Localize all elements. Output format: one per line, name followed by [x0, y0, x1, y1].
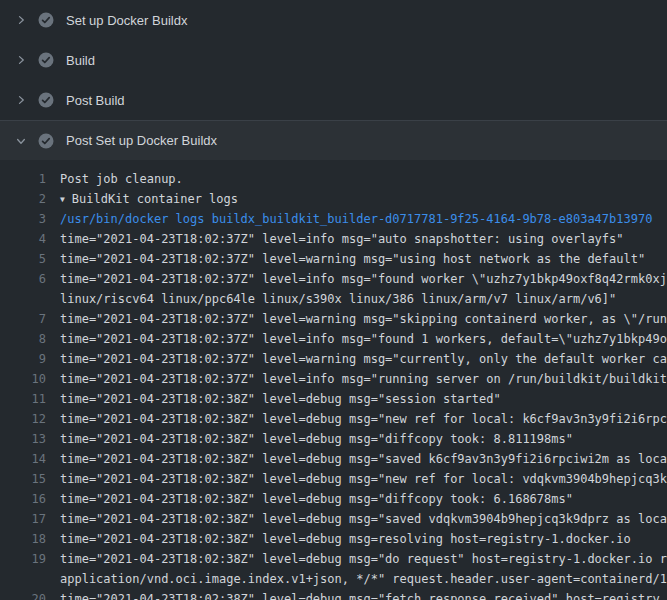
log-line: 15 time="2021-04-23T18:02:38Z" level=deb…	[0, 469, 667, 489]
log-line: 8 time="2021-04-23T18:02:37Z" level=info…	[0, 329, 667, 349]
log-line-content: time="2021-04-23T18:02:38Z" level=debug …	[60, 472, 667, 486]
log-line: 12 time="2021-04-23T18:02:38Z" level=deb…	[0, 409, 667, 429]
log-line: linux/riscv64 linux/ppc64le linux/s390x …	[0, 289, 667, 309]
log-line: 5 time="2021-04-23T18:02:37Z" level=warn…	[0, 249, 667, 269]
log-line: 9 time="2021-04-23T18:02:37Z" level=warn…	[0, 349, 667, 369]
chevron-icon[interactable]	[13, 133, 29, 149]
log-line-text: application/vnd.oci.image.index.v1+json,…	[60, 569, 667, 589]
step-header-1[interactable]: Set up Docker Buildx	[0, 0, 667, 40]
log-line-content: time="2021-04-23T18:02:37Z" level=warnin…	[60, 312, 667, 326]
chevron-icon[interactable]	[13, 12, 29, 28]
step-header-2[interactable]: Build	[0, 40, 667, 80]
log-line: 4 time="2021-04-23T18:02:37Z" level=info…	[0, 229, 667, 249]
log-line-text: time="2021-04-23T18:02:37Z" level=warnin…	[60, 309, 667, 329]
log-line-number[interactable]: 20	[0, 589, 46, 600]
log-line-text: time="2021-04-23T18:02:38Z" level=debug …	[60, 469, 667, 489]
log-line-text: linux/riscv64 linux/ppc64le linux/s390x …	[60, 289, 616, 309]
log-line-content: BuildKit container logs	[72, 192, 238, 206]
log-line-text: time="2021-04-23T18:02:38Z" level=debug …	[60, 449, 667, 469]
log-line-number[interactable]: 13	[0, 429, 46, 449]
log-line-content: time="2021-04-23T18:02:38Z" level=debug …	[60, 532, 631, 546]
step-header-4[interactable]: Post Set up Docker Buildx	[0, 120, 667, 160]
log-line-number[interactable]	[0, 569, 46, 589]
log-line-content: time="2021-04-23T18:02:37Z" level=warnin…	[60, 352, 667, 366]
log-line-text: /usr/bin/docker logs buildx_buildkit_bui…	[60, 209, 652, 229]
log-line-number[interactable]: 1	[0, 169, 46, 189]
check-circle-icon	[38, 92, 54, 108]
log-line: 3 /usr/bin/docker logs buildx_buildkit_b…	[0, 209, 667, 229]
step-title: Post Set up Docker Buildx	[66, 133, 217, 148]
log-line-text: time="2021-04-23T18:02:37Z" level=info m…	[60, 329, 667, 349]
log-line-number[interactable]: 9	[0, 349, 46, 369]
log-line-text: time="2021-04-23T18:02:37Z" level=warnin…	[60, 249, 645, 269]
log-line-text: time="2021-04-23T18:02:38Z" level=debug …	[60, 489, 573, 509]
log-line-content: time="2021-04-23T18:02:38Z" level=debug …	[60, 432, 573, 446]
log-line: 20 time="2021-04-23T18:02:38Z" level=deb…	[0, 589, 667, 600]
log-line-content: time="2021-04-23T18:02:38Z" level=debug …	[60, 452, 667, 466]
log-line-number[interactable]: 4	[0, 229, 46, 249]
log-line-number[interactable]: 17	[0, 509, 46, 529]
log-line: 18 time="2021-04-23T18:02:38Z" level=deb…	[0, 529, 667, 549]
log-line-content: time="2021-04-23T18:02:37Z" level=info m…	[60, 272, 667, 286]
check-circle-icon	[38, 12, 54, 28]
log-line: 11 time="2021-04-23T18:02:38Z" level=deb…	[0, 389, 667, 409]
group-caret-icon[interactable]: ▼	[60, 195, 65, 204]
log-line-number[interactable]: 14	[0, 449, 46, 469]
step-title: Post Build	[66, 93, 125, 108]
log-line-number[interactable]: 7	[0, 309, 46, 329]
log-line-number[interactable]: 19	[0, 549, 46, 569]
log-line: 16 time="2021-04-23T18:02:38Z" level=deb…	[0, 489, 667, 509]
log-line-number[interactable]: 12	[0, 409, 46, 429]
log-line-text: ▼BuildKit container logs	[60, 189, 238, 209]
log-line-text: time="2021-04-23T18:02:38Z" level=debug …	[60, 509, 667, 529]
log-line-text: time="2021-04-23T18:02:38Z" level=debug …	[60, 429, 573, 449]
chevron-icon[interactable]	[13, 92, 29, 108]
log-line-content: time="2021-04-23T18:02:38Z" level=debug …	[60, 592, 660, 600]
log-line-text: time="2021-04-23T18:02:37Z" level=info m…	[60, 229, 624, 249]
log-line-content: time="2021-04-23T18:02:37Z" level=info m…	[60, 372, 667, 386]
log-line-content: linux/riscv64 linux/ppc64le linux/s390x …	[60, 292, 616, 306]
log-line-content: /usr/bin/docker logs buildx_buildkit_bui…	[60, 212, 652, 226]
log-line-number[interactable]: 8	[0, 329, 46, 349]
log-line-content: time="2021-04-23T18:02:38Z" level=debug …	[60, 392, 501, 406]
log-line-text: time="2021-04-23T18:02:38Z" level=debug …	[60, 409, 667, 429]
log-line-text: time="2021-04-23T18:02:37Z" level=warnin…	[60, 349, 667, 369]
log-line-number[interactable]: 11	[0, 389, 46, 409]
log-line-content: time="2021-04-23T18:02:38Z" level=debug …	[60, 512, 667, 526]
log-line-number[interactable]: 6	[0, 269, 46, 289]
log-line: 17 time="2021-04-23T18:02:38Z" level=deb…	[0, 509, 667, 529]
step-title: Set up Docker Buildx	[66, 13, 187, 28]
log-line-number[interactable]: 10	[0, 369, 46, 389]
log-line-text: Post job cleanup.	[60, 169, 183, 189]
log-line-content: application/vnd.oci.image.index.v1+json,…	[60, 572, 667, 586]
check-circle-icon	[38, 52, 54, 68]
log-line-content: time="2021-04-23T18:02:38Z" level=debug …	[60, 412, 667, 426]
log-line: application/vnd.oci.image.index.v1+json,…	[0, 569, 667, 589]
step-title: Build	[66, 53, 95, 68]
log-line-number[interactable]: 18	[0, 529, 46, 549]
log-line-number[interactable]	[0, 289, 46, 309]
log-line-number[interactable]: 5	[0, 249, 46, 269]
log-line-number[interactable]: 3	[0, 209, 46, 229]
log-line: 10 time="2021-04-23T18:02:37Z" level=inf…	[0, 369, 667, 389]
log-line-content: time="2021-04-23T18:02:37Z" level=info m…	[60, 232, 624, 246]
log-line-content: Post job cleanup.	[60, 172, 183, 186]
step-header-3[interactable]: Post Build	[0, 80, 667, 120]
log-line: 19 time="2021-04-23T18:02:38Z" level=deb…	[0, 549, 667, 569]
log-line-content: time="2021-04-23T18:02:38Z" level=debug …	[60, 552, 667, 566]
log-line-number[interactable]: 16	[0, 489, 46, 509]
check-circle-icon	[38, 133, 54, 149]
log-line: 6 time="2021-04-23T18:02:37Z" level=info…	[0, 269, 667, 289]
log-line[interactable]: 2 ▼BuildKit container logs	[0, 189, 667, 209]
log-line-text: time="2021-04-23T18:02:38Z" level=debug …	[60, 589, 660, 600]
log-line-number[interactable]: 2	[0, 189, 46, 209]
log-line-content: time="2021-04-23T18:02:38Z" level=debug …	[60, 492, 573, 506]
chevron-icon[interactable]	[13, 52, 29, 68]
log-line: 7 time="2021-04-23T18:02:37Z" level=warn…	[0, 309, 667, 329]
log-line-text: time="2021-04-23T18:02:37Z" level=info m…	[60, 269, 667, 289]
log-line-content: time="2021-04-23T18:02:37Z" level=warnin…	[60, 252, 645, 266]
log-line-number[interactable]: 15	[0, 469, 46, 489]
workflow-log-viewer: Set up Docker Buildx Build	[0, 0, 667, 600]
log-line: 13 time="2021-04-23T18:02:38Z" level=deb…	[0, 429, 667, 449]
log-line: 1 Post job cleanup.	[0, 169, 667, 189]
